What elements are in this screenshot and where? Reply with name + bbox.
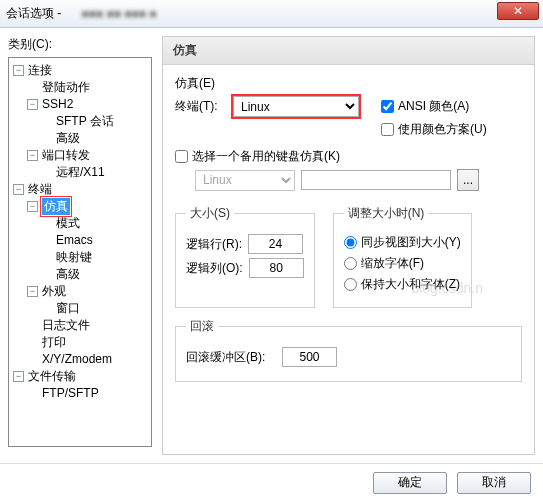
tree-emulation[interactable]: −仿真: [27, 198, 149, 215]
tree-xyz[interactable]: X/Y/Zmodem: [27, 351, 149, 368]
tree-appearance[interactable]: −外观: [27, 283, 149, 300]
ansi-color-checkbox[interactable]: ANSI 颜色(A): [381, 98, 469, 115]
collapse-icon[interactable]: −: [27, 286, 38, 297]
footer: 确定 取消: [0, 463, 543, 501]
emulation-label: 仿真(E): [175, 75, 522, 92]
blurred-text: ■■■ ■■ ■■■ ■: [81, 7, 156, 21]
cols-label: 逻辑列(O):: [186, 260, 243, 277]
collapse-icon[interactable]: −: [13, 371, 24, 382]
cols-input[interactable]: [249, 258, 304, 278]
tree-term-adv[interactable]: 高级: [41, 266, 149, 283]
window-title: 会话选项 -: [6, 5, 61, 22]
tree-ftp[interactable]: FTP/SFTP: [27, 385, 149, 402]
tree-mode[interactable]: 模式: [41, 215, 149, 232]
tree-mapkey[interactable]: 映射键: [41, 249, 149, 266]
tree-window[interactable]: 窗口: [41, 300, 149, 317]
buffer-input[interactable]: [282, 347, 337, 367]
tree-login[interactable]: 登陆动作: [27, 79, 149, 96]
collapse-icon[interactable]: −: [27, 99, 38, 110]
tree-terminal[interactable]: −终端: [13, 181, 149, 198]
title-bar: 会话选项 - ■■■ ■■ ■■■ ■ ✕: [0, 0, 543, 28]
buffer-label: 回滚缓冲区(B):: [186, 349, 276, 366]
section-title: 仿真: [163, 37, 534, 65]
resize-fieldset: 调整大小时(N) 同步视图到大小(Y) 缩放字体(F) 保持大小和字体(Z): [333, 205, 472, 308]
ok-button[interactable]: 确定: [373, 472, 447, 494]
color-scheme-checkbox[interactable]: 使用颜色方案(U): [381, 121, 487, 138]
category-tree[interactable]: −连接 登陆动作 −SSH2 SFTP 会话 高级 −端口转发 远程/X11: [8, 57, 152, 447]
category-label: 类别(C):: [8, 36, 152, 53]
tree-portfwd[interactable]: −端口转发: [27, 147, 149, 164]
rows-label: 逻辑行(R):: [186, 236, 242, 253]
alt-keymap-checkbox[interactable]: 选择一个备用的键盘仿真(K): [175, 148, 340, 165]
close-button[interactable]: ✕: [497, 2, 539, 20]
resize-scale-radio[interactable]: 缩放字体(F): [344, 255, 424, 272]
keymap-select: Linux: [195, 170, 295, 191]
collapse-icon[interactable]: −: [27, 150, 38, 161]
terminal-label: 终端(T):: [175, 98, 227, 115]
tree-logfile[interactable]: 日志文件: [27, 317, 149, 334]
tree-sftp[interactable]: SFTP 会话: [41, 113, 149, 130]
scroll-fieldset: 回滚 回滚缓冲区(B):: [175, 318, 522, 382]
tree-remote[interactable]: 远程/X11: [41, 164, 149, 181]
tree-ssh-adv[interactable]: 高级: [41, 130, 149, 147]
close-icon: ✕: [513, 4, 523, 18]
rows-input[interactable]: [248, 234, 303, 254]
terminal-select[interactable]: Linux: [233, 96, 359, 117]
collapse-icon[interactable]: −: [27, 201, 38, 212]
resize-keep-radio[interactable]: 保持大小和字体(Z): [344, 276, 460, 293]
collapse-icon[interactable]: −: [13, 184, 24, 195]
tree-emacs[interactable]: Emacs: [41, 232, 149, 249]
tree-file[interactable]: −文件传输: [13, 368, 149, 385]
keymap-path: [301, 170, 451, 190]
size-fieldset: 大小(S) 逻辑行(R): 逻辑列(O):: [175, 205, 315, 308]
resize-sync-radio[interactable]: 同步视图到大小(Y): [344, 234, 461, 251]
tree-ssh2[interactable]: −SSH2: [27, 96, 149, 113]
tree-connection[interactable]: −连接: [13, 62, 149, 79]
cancel-button[interactable]: 取消: [457, 472, 531, 494]
browse-button[interactable]: ...: [457, 169, 479, 191]
collapse-icon[interactable]: −: [13, 65, 24, 76]
tree-print[interactable]: 打印: [27, 334, 149, 351]
